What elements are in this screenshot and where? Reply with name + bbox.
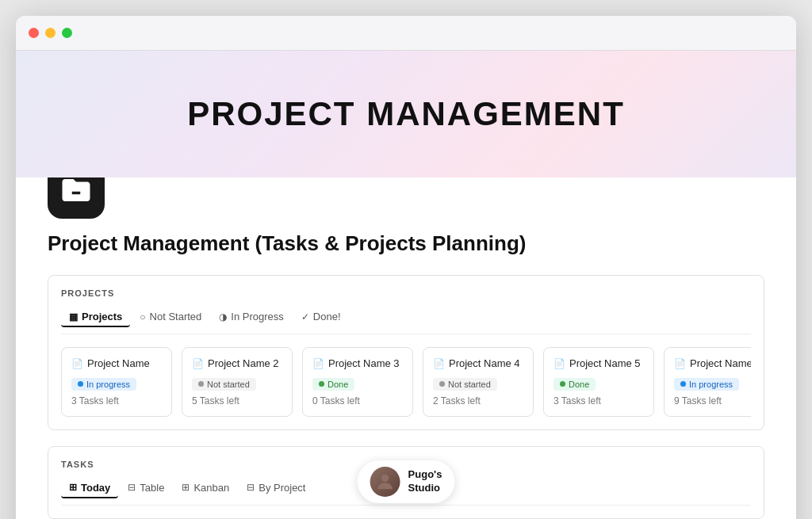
project-card-1-tasks: 3 Tasks left [71,395,162,406]
tab-by-project[interactable]: ⊟ By Project [239,479,313,498]
kanban-tab-label: Kanban [193,482,229,494]
not-started-tab-icon: ○ [140,311,145,322]
page-title: Project Management (Tasks & Projects Pla… [48,231,764,256]
today-tab-icon: ⊞ [69,482,77,493]
project-folder-icon-5: 📄 [553,358,565,369]
project-card-6-status: In progress [674,378,739,391]
project-card-3-tasks: 0 Tasks left [312,395,403,406]
project-card-6[interactable]: 📄 Project Name 6 In progress 9 Tasks lef… [664,347,751,417]
tab-kanban[interactable]: ⊞ Kanban [174,479,237,498]
table-tab-icon: ⊟ [128,482,136,493]
project-card-2-tasks: 5 Tasks left [192,395,282,406]
not-started-tab-label: Not Started [150,311,202,322]
project-folder-icon-6: 📄 [674,358,686,369]
kanban-tab-icon: ⊞ [182,482,190,493]
projects-tabs-row: ▦ Projects ○ Not Started ◑ In Progress ✓… [61,307,751,334]
hero-title: PROJECT MANAGEMENT [187,95,625,133]
watermark-name: Pugo's Studio [408,468,442,495]
table-tab-label: Table [140,482,164,494]
tab-table[interactable]: ⊟ Table [120,479,172,498]
project-card-5-status: Done [553,378,596,391]
project-card-2[interactable]: 📄 Project Name 2 Not started 5 Tasks lef… [182,347,293,417]
project-folder-icon-2: 📄 [192,358,204,369]
today-tab-label: Today [81,482,110,494]
project-card-4-tasks: 2 Tasks left [433,395,523,406]
status-dot-green-5 [560,381,565,387]
project-card-1-name: 📄 Project Name [71,357,162,369]
by-project-tab-label: By Project [259,482,305,494]
hero-banner: PROJECT MANAGEMENT [16,51,796,177]
in-progress-tab-icon: ◑ [219,311,227,322]
in-progress-tab-label: In Progress [231,311,283,322]
app-window: PROJECT MANAGEMENT Project Management (T… [16,16,796,519]
status-dot-green-3 [319,381,324,387]
tab-today[interactable]: ⊞ Today [61,479,118,498]
done-tab-label: Done! [313,311,341,322]
watermark: Pugo's Studio [358,460,455,503]
watermark-avatar [370,467,400,497]
project-card-3-name: 📄 Project Name 3 [312,357,403,369]
projects-section: PROJECTS ▦ Projects ○ Not Started ◑ In P… [48,275,764,430]
project-folder-icon-3: 📄 [312,358,324,369]
project-card-3-status: Done [312,378,354,391]
done-tab-icon: ✓ [301,311,309,322]
minimize-button[interactable] [45,28,56,38]
svg-point-0 [381,475,389,482]
projects-tab-label: Projects [82,311,122,322]
project-folder-icon-4: 📄 [433,358,445,369]
project-card-5-name: 📄 Project Name 5 [553,357,644,369]
tab-done[interactable]: ✓ Done! [293,307,349,327]
project-card-5-tasks: 3 Tasks left [553,395,644,406]
project-card-4-status: Not started [433,378,497,391]
project-card-3[interactable]: 📄 Project Name 3 Done 0 Tasks left [302,347,413,417]
projects-section-label: PROJECTS [61,288,751,298]
project-card-6-tasks: 9 Tasks left [674,395,751,406]
project-card-4-name: 📄 Project Name 4 [433,357,523,369]
tab-not-started[interactable]: ○ Not Started [132,307,209,327]
titlebar [16,16,796,51]
project-card-6-name: 📄 Project Name 6 [674,357,751,369]
project-card-4[interactable]: 📄 Project Name 4 Not started 2 Tasks lef… [423,347,534,417]
by-project-tab-icon: ⊟ [247,482,255,493]
status-dot-gray-4 [439,381,445,387]
status-dot-blue-6 [680,381,686,387]
projects-tab-icon: ▦ [69,311,78,322]
project-card-2-name: 📄 Project Name 2 [192,357,282,369]
project-card-2-status: Not started [192,378,256,391]
tab-in-progress[interactable]: ◑ In Progress [211,307,291,327]
projects-grid: 📄 Project Name In progress 3 Tasks left … [61,347,751,417]
tab-projects[interactable]: ▦ Projects [61,307,130,327]
project-card-5[interactable]: 📄 Project Name 5 Done 3 Tasks left [543,347,654,417]
status-dot-gray [198,381,204,387]
folder-minus-icon [59,174,93,207]
project-card-1[interactable]: 📄 Project Name In progress 3 Tasks left [61,347,172,417]
project-folder-icon: 📄 [71,358,83,369]
maximize-button[interactable] [62,28,72,38]
status-dot-blue [78,381,83,387]
close-button[interactable] [29,28,39,38]
project-card-1-status: In progress [71,378,136,391]
